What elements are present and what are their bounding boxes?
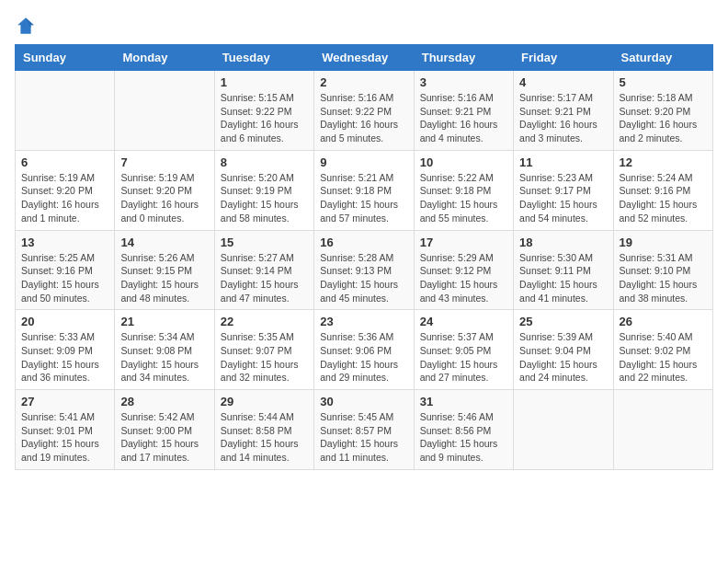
calendar-cell: 16Sunrise: 5:28 AMSunset: 9:13 PMDayligh… <box>314 230 414 310</box>
day-info: Sunrise: 5:46 AMSunset: 8:56 PMDaylight:… <box>420 410 507 465</box>
calendar-cell <box>514 390 613 470</box>
day-number: 18 <box>519 236 607 249</box>
logo-icon <box>15 15 37 37</box>
day-info: Sunrise: 5:28 AMSunset: 9:13 PMDaylight:… <box>320 251 407 305</box>
calendar-cell: 13Sunrise: 5:25 AMSunset: 9:16 PMDayligh… <box>16 230 115 310</box>
weekday-header-friday: Friday <box>514 45 613 71</box>
day-info: Sunrise: 5:24 AMSunset: 9:16 PMDaylight:… <box>620 171 707 225</box>
day-info: Sunrise: 5:23 AMSunset: 9:17 PMDaylight:… <box>519 171 607 225</box>
day-info: Sunrise: 5:21 AMSunset: 9:18 PMDaylight:… <box>320 171 407 225</box>
day-info: Sunrise: 5:17 AMSunset: 9:21 PMDaylight:… <box>519 91 607 145</box>
calendar-cell: 25Sunrise: 5:39 AMSunset: 9:04 PMDayligh… <box>514 310 613 390</box>
calendar-cell <box>115 71 214 151</box>
calendar-cell: 6Sunrise: 5:19 AMSunset: 9:20 PMDaylight… <box>16 150 115 230</box>
day-info: Sunrise: 5:16 AMSunset: 9:21 PMDaylight:… <box>420 91 507 145</box>
day-number: 5 <box>620 75 707 89</box>
day-number: 24 <box>420 315 507 328</box>
calendar-cell: 11Sunrise: 5:23 AMSunset: 9:17 PMDayligh… <box>514 150 613 230</box>
calendar-cell: 23Sunrise: 5:36 AMSunset: 9:06 PMDayligh… <box>314 310 414 390</box>
weekday-header-thursday: Thursday <box>414 45 513 71</box>
calendar-cell: 14Sunrise: 5:26 AMSunset: 9:15 PMDayligh… <box>115 230 214 310</box>
weekday-header-sunday: Sunday <box>16 45 115 71</box>
day-number: 13 <box>21 236 108 249</box>
calendar-cell: 17Sunrise: 5:29 AMSunset: 9:12 PMDayligh… <box>414 230 513 310</box>
day-info: Sunrise: 5:22 AMSunset: 9:18 PMDaylight:… <box>420 171 507 225</box>
day-info: Sunrise: 5:18 AMSunset: 9:20 PMDaylight:… <box>620 91 707 145</box>
calendar-cell: 20Sunrise: 5:33 AMSunset: 9:09 PMDayligh… <box>16 310 115 390</box>
day-number: 3 <box>420 75 507 89</box>
day-info: Sunrise: 5:34 AMSunset: 9:08 PMDaylight:… <box>120 330 208 385</box>
calendar-cell: 4Sunrise: 5:17 AMSunset: 9:21 PMDaylight… <box>514 71 613 151</box>
day-number: 4 <box>519 75 607 89</box>
calendar-week-row: 13Sunrise: 5:25 AMSunset: 9:16 PMDayligh… <box>16 230 713 310</box>
day-info: Sunrise: 5:29 AMSunset: 9:12 PMDaylight:… <box>420 251 507 305</box>
day-number: 21 <box>120 315 208 328</box>
calendar-cell: 7Sunrise: 5:19 AMSunset: 9:20 PMDaylight… <box>115 150 214 230</box>
calendar-cell: 9Sunrise: 5:21 AMSunset: 9:18 PMDaylight… <box>314 150 414 230</box>
calendar-table: SundayMondayTuesdayWednesdayThursdayFrid… <box>15 44 713 470</box>
day-info: Sunrise: 5:27 AMSunset: 9:14 PMDaylight:… <box>221 251 308 305</box>
day-number: 12 <box>620 155 707 169</box>
day-info: Sunrise: 5:25 AMSunset: 9:16 PMDaylight:… <box>21 251 108 305</box>
day-number: 8 <box>221 155 308 169</box>
calendar-cell: 27Sunrise: 5:41 AMSunset: 9:01 PMDayligh… <box>16 390 115 470</box>
day-number: 15 <box>221 236 308 249</box>
day-info: Sunrise: 5:42 AMSunset: 9:00 PMDaylight:… <box>120 410 208 465</box>
calendar-cell: 12Sunrise: 5:24 AMSunset: 9:16 PMDayligh… <box>613 150 712 230</box>
day-info: Sunrise: 5:36 AMSunset: 9:06 PMDaylight:… <box>320 330 407 385</box>
calendar-week-row: 27Sunrise: 5:41 AMSunset: 9:01 PMDayligh… <box>16 390 713 470</box>
calendar-cell: 28Sunrise: 5:42 AMSunset: 9:00 PMDayligh… <box>115 390 214 470</box>
day-info: Sunrise: 5:26 AMSunset: 9:15 PMDaylight:… <box>120 251 208 305</box>
weekday-header-monday: Monday <box>115 45 214 71</box>
calendar-cell <box>16 71 115 151</box>
day-number: 31 <box>420 395 507 408</box>
weekday-header-row: SundayMondayTuesdayWednesdayThursdayFrid… <box>16 45 713 71</box>
calendar-week-row: 20Sunrise: 5:33 AMSunset: 9:09 PMDayligh… <box>16 310 713 390</box>
day-number: 19 <box>620 236 707 249</box>
calendar-cell: 15Sunrise: 5:27 AMSunset: 9:14 PMDayligh… <box>214 230 313 310</box>
day-number: 6 <box>21 155 108 169</box>
day-number: 10 <box>420 155 507 169</box>
calendar-cell: 8Sunrise: 5:20 AMSunset: 9:19 PMDaylight… <box>214 150 313 230</box>
weekday-header-saturday: Saturday <box>613 45 712 71</box>
day-info: Sunrise: 5:33 AMSunset: 9:09 PMDaylight:… <box>21 330 108 385</box>
calendar-cell: 21Sunrise: 5:34 AMSunset: 9:08 PMDayligh… <box>115 310 214 390</box>
day-number: 27 <box>21 395 108 408</box>
day-info: Sunrise: 5:35 AMSunset: 9:07 PMDaylight:… <box>221 330 308 385</box>
day-info: Sunrise: 5:16 AMSunset: 9:22 PMDaylight:… <box>320 91 407 145</box>
calendar-cell: 5Sunrise: 5:18 AMSunset: 9:20 PMDaylight… <box>613 71 712 151</box>
calendar-cell: 3Sunrise: 5:16 AMSunset: 9:21 PMDaylight… <box>414 71 513 151</box>
day-info: Sunrise: 5:45 AMSunset: 8:57 PMDaylight:… <box>320 410 407 465</box>
day-number: 1 <box>221 75 308 89</box>
day-info: Sunrise: 5:19 AMSunset: 9:20 PMDaylight:… <box>21 171 108 225</box>
calendar-cell: 18Sunrise: 5:30 AMSunset: 9:11 PMDayligh… <box>514 230 613 310</box>
day-info: Sunrise: 5:19 AMSunset: 9:20 PMDaylight:… <box>120 171 208 225</box>
calendar-cell <box>613 390 712 470</box>
day-number: 29 <box>221 395 308 408</box>
day-number: 17 <box>420 236 507 249</box>
day-number: 14 <box>120 236 208 249</box>
calendar-cell: 30Sunrise: 5:45 AMSunset: 8:57 PMDayligh… <box>314 390 414 470</box>
logo <box>15 15 40 37</box>
day-info: Sunrise: 5:31 AMSunset: 9:10 PMDaylight:… <box>620 251 707 305</box>
svg-marker-0 <box>17 17 34 34</box>
day-number: 26 <box>620 315 707 328</box>
day-info: Sunrise: 5:37 AMSunset: 9:05 PMDaylight:… <box>420 330 507 385</box>
day-number: 23 <box>320 315 407 328</box>
day-info: Sunrise: 5:44 AMSunset: 8:58 PMDaylight:… <box>221 410 308 465</box>
calendar-cell: 2Sunrise: 5:16 AMSunset: 9:22 PMDaylight… <box>314 71 414 151</box>
day-number: 25 <box>519 315 607 328</box>
day-number: 11 <box>519 155 607 169</box>
day-number: 2 <box>320 75 407 89</box>
day-number: 20 <box>21 315 108 328</box>
day-info: Sunrise: 5:30 AMSunset: 9:11 PMDaylight:… <box>519 251 607 305</box>
calendar-week-row: 6Sunrise: 5:19 AMSunset: 9:20 PMDaylight… <box>16 150 713 230</box>
day-number: 30 <box>320 395 407 408</box>
day-number: 9 <box>320 155 407 169</box>
calendar-week-row: 1Sunrise: 5:15 AMSunset: 9:22 PMDaylight… <box>16 71 713 151</box>
page-header <box>15 15 713 37</box>
calendar-cell: 1Sunrise: 5:15 AMSunset: 9:22 PMDaylight… <box>214 71 313 151</box>
day-number: 16 <box>320 236 407 249</box>
weekday-header-tuesday: Tuesday <box>214 45 313 71</box>
day-info: Sunrise: 5:20 AMSunset: 9:19 PMDaylight:… <box>221 171 308 225</box>
